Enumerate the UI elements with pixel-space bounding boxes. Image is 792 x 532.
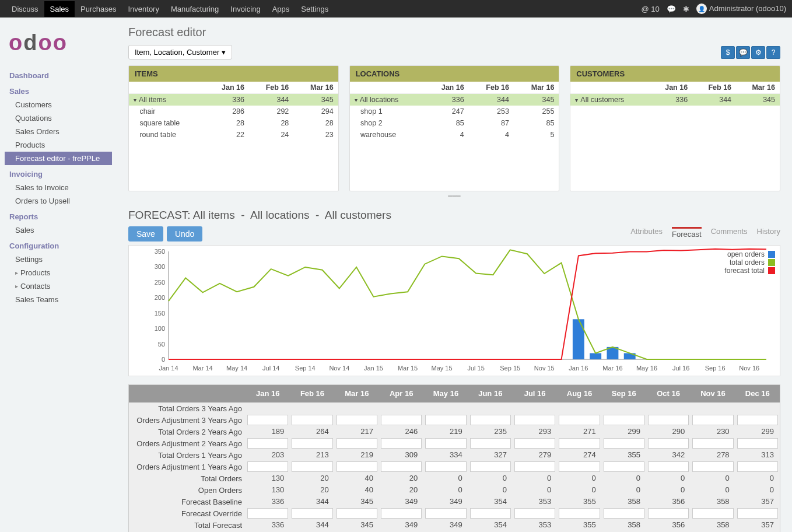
user-menu[interactable]: 👤Administrator (odoo10) xyxy=(696,4,786,14)
topnav-purchases[interactable]: Purchases xyxy=(75,1,122,17)
panel-row[interactable]: All items336344345 xyxy=(129,94,338,106)
grid-input[interactable] xyxy=(337,508,377,519)
currency-icon[interactable]: $ xyxy=(721,46,735,59)
sidebar-item-contacts[interactable]: Contacts xyxy=(5,279,112,293)
panel-row[interactable]: shop 1247253255 xyxy=(350,106,559,117)
grid-input[interactable] xyxy=(737,438,778,449)
grid-input[interactable] xyxy=(737,508,778,519)
grid-input[interactable] xyxy=(648,508,689,519)
topnav-settings[interactable]: Settings xyxy=(295,1,334,17)
sidebar-item-sales-teams[interactable]: Sales Teams xyxy=(5,293,112,306)
grid-input[interactable] xyxy=(337,461,377,472)
sidebar-item-sales-orders[interactable]: Sales Orders xyxy=(5,125,112,138)
grid-input[interactable] xyxy=(470,508,511,519)
grid-input[interactable] xyxy=(692,415,733,425)
tab-attributes[interactable]: Attributes xyxy=(630,227,663,241)
grid-input[interactable] xyxy=(737,461,778,472)
topnav-invoicing[interactable]: Invoicing xyxy=(225,1,266,17)
panel-row[interactable]: warehouse445 xyxy=(350,129,559,141)
topnav-discuss[interactable]: Discuss xyxy=(6,1,44,17)
topnav-manufacturing[interactable]: Manufacturing xyxy=(165,1,225,17)
grid-input[interactable] xyxy=(737,415,778,425)
expand-icon[interactable] xyxy=(355,96,360,104)
grid-input[interactable] xyxy=(381,508,422,519)
grid-input[interactable] xyxy=(514,415,555,425)
sidebar-section-dashboard[interactable]: Dashboard xyxy=(5,66,112,82)
group-dropdown[interactable]: Item, Location, Customer ▾ xyxy=(128,45,232,60)
topnav-apps[interactable]: Apps xyxy=(267,1,296,17)
sidebar-item-customers[interactable]: Customers xyxy=(5,98,112,111)
grid-input[interactable] xyxy=(470,415,511,425)
grid-input[interactable] xyxy=(470,461,511,472)
grid-input[interactable] xyxy=(247,438,288,449)
grid-input[interactable] xyxy=(692,438,733,449)
sidebar-section-sales[interactable]: Sales xyxy=(5,82,112,98)
grid-input[interactable] xyxy=(425,508,466,519)
tab-forecast[interactable]: Forecast xyxy=(672,227,702,241)
sidebar-section-reports[interactable]: Reports xyxy=(5,208,112,223)
grid-input[interactable] xyxy=(337,415,377,425)
panel-row[interactable]: chair286292294 xyxy=(129,106,338,117)
grid-input[interactable] xyxy=(692,461,733,472)
grid-input[interactable] xyxy=(381,438,422,449)
sidebar-item-products[interactable]: Products xyxy=(5,138,112,152)
grid-input[interactable] xyxy=(337,438,377,449)
panel-row[interactable]: All customers336344345 xyxy=(570,94,780,106)
grid-input[interactable] xyxy=(648,461,689,472)
grid-input[interactable] xyxy=(292,508,332,519)
debug-icon[interactable]: ✱ xyxy=(683,5,689,13)
sidebar-item-orders-to-upsell[interactable]: Orders to Upsell xyxy=(5,194,112,208)
grid-input[interactable] xyxy=(425,461,466,472)
undo-button[interactable]: Undo xyxy=(167,226,202,242)
grid-input[interactable] xyxy=(247,461,288,472)
grid-input[interactable] xyxy=(559,415,600,425)
sidebar-section-configuration[interactable]: Configuration xyxy=(5,237,112,253)
sidebar-item-forecast-editor-frepple[interactable]: Forecast editor - frePPLe xyxy=(5,152,112,165)
sidebar-item-settings[interactable]: Settings xyxy=(5,253,112,266)
grid-input[interactable] xyxy=(692,508,733,519)
help-icon[interactable]: ? xyxy=(766,46,780,59)
grid-input[interactable] xyxy=(425,415,466,425)
grid-input[interactable] xyxy=(648,415,689,425)
save-button[interactable]: Save xyxy=(128,226,163,242)
grid-input[interactable] xyxy=(559,508,600,519)
grid-input[interactable] xyxy=(604,461,644,472)
notif-badge[interactable]: @ 10 xyxy=(641,5,659,13)
grid-input[interactable] xyxy=(292,461,332,472)
topnav-inventory[interactable]: Inventory xyxy=(122,1,164,17)
expand-icon[interactable] xyxy=(134,96,139,104)
grid-input[interactable] xyxy=(470,438,511,449)
sidebar-section-invoicing[interactable]: Invoicing xyxy=(5,165,112,181)
grid-input[interactable] xyxy=(381,461,422,472)
grid-input[interactable] xyxy=(604,508,644,519)
sidebar-item-sales-to-invoice[interactable]: Sales to Invoice xyxy=(5,181,112,194)
split-handle[interactable]: ═══ xyxy=(128,192,780,198)
grid-input[interactable] xyxy=(292,438,332,449)
gear-icon[interactable]: ⚙ xyxy=(751,46,765,59)
panel-row[interactable]: All locations336344345 xyxy=(350,94,559,106)
grid-input[interactable] xyxy=(604,415,644,425)
sidebar-item-quotations[interactable]: Quotations xyxy=(5,111,112,125)
grid-input[interactable] xyxy=(648,438,689,449)
grid-input[interactable] xyxy=(381,415,422,425)
sidebar-item-sales[interactable]: Sales xyxy=(5,223,112,237)
grid-input[interactable] xyxy=(514,461,555,472)
grid-input[interactable] xyxy=(604,438,644,449)
grid-input[interactable] xyxy=(514,508,555,519)
chat-icon[interactable]: 💬 xyxy=(667,5,676,13)
tab-comments[interactable]: Comments xyxy=(711,227,748,241)
grid-input[interactable] xyxy=(514,438,555,449)
grid-input[interactable] xyxy=(247,415,288,425)
panel-row[interactable]: shop 2858785 xyxy=(350,117,559,129)
grid-input[interactable] xyxy=(559,438,600,449)
grid-input[interactable] xyxy=(425,438,466,449)
grid-input[interactable] xyxy=(247,508,288,519)
panel-row[interactable]: round table222423 xyxy=(129,129,338,141)
chat-action-icon[interactable]: 💬 xyxy=(736,46,750,59)
sidebar-item-products[interactable]: Products xyxy=(5,266,112,279)
grid-input[interactable] xyxy=(292,415,332,425)
grid-input[interactable] xyxy=(559,461,600,472)
expand-icon[interactable] xyxy=(575,96,580,104)
tab-history[interactable]: History xyxy=(757,227,780,241)
panel-row[interactable]: square table282828 xyxy=(129,117,338,129)
